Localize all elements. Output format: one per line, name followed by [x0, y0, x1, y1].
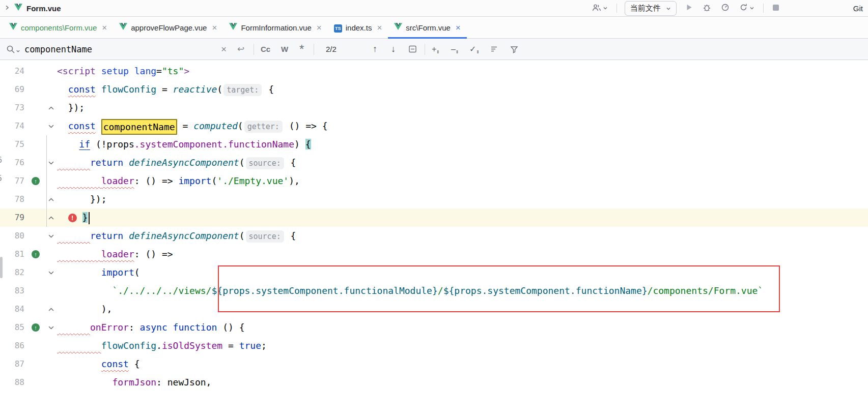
- code-text: const flowConfig = reactive(target: {: [57, 80, 868, 99]
- editor-tab[interactable]: TSindex.ts×: [328, 17, 388, 38]
- run-button[interactable]: [684, 3, 694, 14]
- gutter-arrow-icon[interactable]: ↑: [32, 323, 40, 332]
- find-bar: componentName × ↩ Cc W * 2/2 ↑ ↓ +II –II…: [0, 39, 868, 60]
- debug-button[interactable]: [702, 2, 712, 14]
- git-widget[interactable]: Git: [853, 4, 863, 13]
- code-line[interactable]: 24<script setup lang="ts">: [0, 62, 868, 80]
- search-input[interactable]: componentName: [24, 39, 92, 59]
- fold-marker[interactable]: [45, 227, 57, 245]
- remove-occurrence-button[interactable]: –II: [451, 39, 458, 59]
- line-number[interactable]: 79: [0, 208, 24, 227]
- gutter-arrow-icon[interactable]: ↑: [32, 177, 40, 185]
- code-line[interactable]: 78 });: [0, 190, 868, 208]
- left-edge-artifact: 5: [0, 175, 2, 183]
- run-config-selector[interactable]: 当前文件: [625, 1, 677, 16]
- keep-occurrences-button[interactable]: ✓II: [469, 39, 478, 59]
- editor-tab[interactable]: src\Form.vue×: [388, 17, 466, 38]
- code-line[interactable]: 84 ),: [0, 300, 868, 318]
- tab-close-icon[interactable]: ×: [102, 23, 107, 32]
- gutter: ↑: [24, 318, 45, 337]
- line-number[interactable]: 74: [0, 117, 24, 135]
- stop-button[interactable]: [771, 3, 780, 14]
- code-line[interactable]: 85↑ onError: async function () {: [0, 318, 868, 337]
- project-chevron-icon[interactable]: [4, 4, 10, 13]
- line-number[interactable]: 88: [0, 373, 24, 392]
- code-line[interactable]: 73 });: [0, 99, 868, 117]
- code-line[interactable]: 76 return defineAsyncComponent(source: {: [0, 154, 868, 172]
- code-line[interactable]: 81↑ loader: () =>: [0, 245, 868, 263]
- code-line[interactable]: 88 formJson: newJson,: [0, 373, 868, 392]
- chevron-down-icon: [603, 5, 608, 12]
- line-number[interactable]: 84: [0, 300, 24, 318]
- fold-marker[interactable]: [45, 99, 57, 117]
- line-number[interactable]: 82: [0, 263, 24, 282]
- code-line[interactable]: 87 const {: [0, 355, 868, 373]
- code-text: return defineAsyncComponent(source: {: [57, 227, 868, 245]
- line-number[interactable]: 24: [0, 62, 24, 80]
- code-line[interactable]: 79 ! }: [0, 208, 868, 227]
- tab-close-icon[interactable]: ×: [377, 23, 382, 32]
- line-number[interactable]: 87: [0, 355, 24, 373]
- code-line[interactable]: 75 if (!props.systemComponent.functionNa…: [0, 135, 868, 154]
- code-line[interactable]: 69 const flowConfig = reactive(target: {: [0, 80, 868, 99]
- tab-close-icon[interactable]: ×: [456, 23, 461, 32]
- rerun-button[interactable]: [738, 2, 755, 14]
- code-text: return defineAsyncComponent(source: {: [57, 154, 868, 172]
- collaboration-button[interactable]: [591, 3, 609, 14]
- tab-close-icon[interactable]: ×: [317, 23, 322, 32]
- fold-marker[interactable]: [45, 318, 57, 337]
- editor-tab[interactable]: FormInformation.vue×: [223, 17, 327, 38]
- search-icon[interactable]: [6, 39, 20, 59]
- chevron-down-icon: [666, 4, 671, 13]
- divider: [314, 44, 314, 55]
- gutter: [24, 282, 45, 300]
- line-number[interactable]: 73: [0, 99, 24, 117]
- ide-window: Form.vue 当前文件 Git components\Form: [0, 0, 868, 417]
- line-number[interactable]: 78: [0, 190, 24, 208]
- editor-tab[interactable]: approveFlowPage.vue×: [113, 17, 223, 38]
- vue-file-icon: [9, 23, 17, 32]
- line-number[interactable]: 69: [0, 80, 24, 99]
- code-line[interactable]: 80 return defineAsyncComponent(source: {: [0, 227, 868, 245]
- vue-file-icon: [229, 23, 237, 32]
- fold-scope-line: [46, 135, 47, 227]
- line-number[interactable]: 83: [0, 282, 24, 300]
- filter-search-button[interactable]: [510, 39, 518, 59]
- editor-tab[interactable]: components\Form.vue×: [3, 17, 113, 38]
- prev-match-button[interactable]: ↑: [373, 39, 377, 59]
- code-line[interactable]: 77↑ loader: () => import('./Empty.vue'),: [0, 172, 868, 190]
- regex-toggle[interactable]: *: [299, 39, 304, 59]
- gutter-arrow-icon[interactable]: ↑: [32, 250, 40, 258]
- line-number[interactable]: 81: [0, 245, 24, 263]
- whole-words-toggle[interactable]: W: [281, 39, 288, 59]
- code-line[interactable]: 82 import(: [0, 263, 868, 282]
- divider: [254, 44, 254, 55]
- fold-marker[interactable]: [45, 263, 57, 282]
- line-number[interactable]: 77: [0, 172, 24, 190]
- code-text: loader: () => import('./Empty.vue'),: [57, 172, 868, 190]
- ts-file-icon: TS: [334, 23, 342, 33]
- gutter: [24, 190, 45, 208]
- fold-marker[interactable]: [45, 117, 57, 135]
- search-history-button[interactable]: ↩: [237, 39, 244, 59]
- code-text: formJson: newJson,: [57, 373, 868, 392]
- inlay-hint: getter:: [244, 121, 283, 133]
- fold-marker[interactable]: [45, 300, 57, 318]
- search-options-button[interactable]: [490, 39, 498, 59]
- clear-search-button[interactable]: ×: [221, 39, 227, 59]
- line-number[interactable]: 76: [0, 154, 24, 172]
- tab-close-icon[interactable]: ×: [212, 23, 217, 32]
- next-match-button[interactable]: ↓: [391, 39, 396, 59]
- add-occurrence-button[interactable]: +II: [432, 39, 438, 59]
- line-number[interactable]: 80: [0, 227, 24, 245]
- error-icon[interactable]: !: [68, 214, 77, 222]
- line-number[interactable]: 85: [0, 318, 24, 337]
- line-number[interactable]: 86: [0, 337, 24, 355]
- profiler-button[interactable]: [720, 2, 731, 14]
- code-line[interactable]: 86 flowConfig.isOldSystem = true;: [0, 337, 868, 355]
- code-line[interactable]: 83 `./../../../views/${props.systemCompo…: [0, 282, 868, 300]
- match-case-toggle[interactable]: Cc: [261, 39, 270, 59]
- code-line[interactable]: 74 const componentName = computed(getter…: [0, 117, 868, 135]
- select-all-matches-button[interactable]: [408, 39, 417, 59]
- line-number[interactable]: 75: [0, 135, 24, 154]
